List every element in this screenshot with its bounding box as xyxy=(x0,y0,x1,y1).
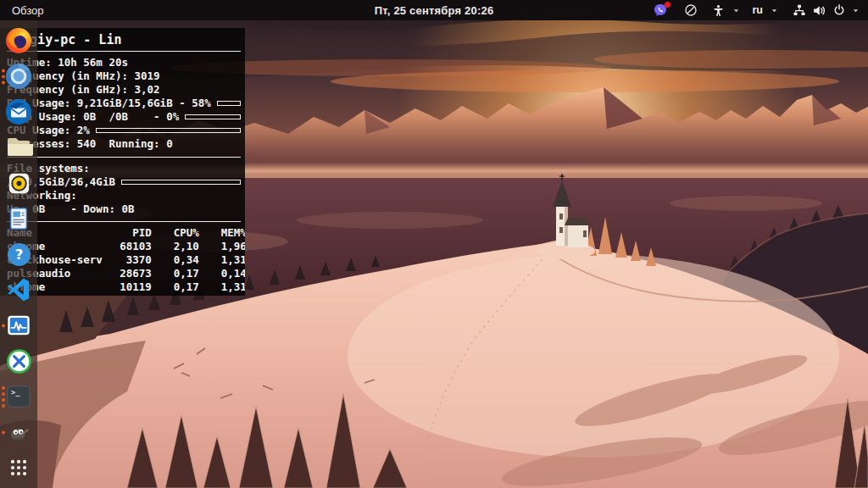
filesystems-header: File systems: xyxy=(7,162,241,175)
process-cpu: 0,17 xyxy=(152,267,199,280)
svg-text:?: ? xyxy=(14,247,23,263)
dock-item-thunderbird[interactable] xyxy=(0,94,37,130)
power-icon xyxy=(832,3,846,17)
terminal-icon: >_ xyxy=(4,383,33,410)
networking-header: Networking: xyxy=(7,189,241,202)
x-circle-icon xyxy=(5,347,33,375)
ram-usage-text: RAM Usage: 9,21GiB/15,6GiB - 58% xyxy=(7,97,211,110)
volume-icon xyxy=(812,3,826,18)
keyboard-layout-chevron xyxy=(771,0,778,20)
clock-label: Пт, 25 сентября 20:26 xyxy=(375,4,494,17)
conky-divider xyxy=(7,157,241,158)
col-header-pid: PID xyxy=(103,226,152,240)
chevron-down-icon xyxy=(771,7,778,14)
processes-line: Processes: 540 Running: 0 xyxy=(7,137,241,151)
process-mem: 1,31 xyxy=(199,253,245,267)
col-header-mem: MEM% xyxy=(199,226,245,240)
running-indicator-dot xyxy=(2,75,5,78)
swap-usage-row: Swap Usage: 0B /0B - 0% xyxy=(7,110,241,124)
freq-ghz-line: Frequency (in GHz): 3,02 xyxy=(7,83,241,97)
process-mem: 1,96 xyxy=(199,240,245,253)
chromium-icon xyxy=(4,62,33,91)
keyboard-layout-button[interactable]: ru xyxy=(753,0,764,20)
chevron-down-icon xyxy=(852,7,860,14)
running-indicator-dot xyxy=(2,430,5,434)
process-pid: 10119 xyxy=(103,280,152,294)
running-indicator-dot xyxy=(2,398,5,402)
running-indicator-dot xyxy=(2,80,5,84)
status-area: ru xyxy=(653,0,868,20)
accessibility-menu-button[interactable] xyxy=(712,0,725,20)
top-bar: Обзор Пт, 25 сентября 20:26 xyxy=(0,0,868,20)
clock-button[interactable]: Пт, 25 сентября 20:26 xyxy=(375,4,494,17)
files-folder-icon xyxy=(4,133,33,162)
dock-item-chromium[interactable] xyxy=(0,58,37,94)
process-cpu: 0,17 xyxy=(152,280,199,294)
running-indicator-dot xyxy=(2,324,5,327)
dock-item-rhythmbox[interactable] xyxy=(0,165,37,201)
system-menu-button[interactable] xyxy=(793,3,860,18)
running-indicator-dot xyxy=(2,69,5,72)
cpu-usage-bar xyxy=(96,128,241,133)
activities-button[interactable]: Обзор xyxy=(0,0,44,20)
thunderbird-icon xyxy=(4,97,33,126)
swap-usage-bar xyxy=(185,114,241,119)
show-applications-grid-icon xyxy=(6,455,31,480)
conky-title: sergiy-pc - Lin xyxy=(7,32,241,47)
accessibility-icon xyxy=(712,4,725,17)
conky-divider xyxy=(7,221,241,222)
col-header-cpu: CPU% xyxy=(152,226,199,240)
running-indicator-dot xyxy=(2,404,5,408)
process-table: Name PID CPU% MEM% chrome 68103 2,10 1,9… xyxy=(7,226,241,294)
firefox-icon xyxy=(4,26,33,55)
network-wired-icon xyxy=(793,3,806,17)
activities-label: Обзор xyxy=(12,4,44,17)
system-monitor-icon xyxy=(4,312,33,339)
viber-tray-button[interactable] xyxy=(653,0,668,20)
conky-divider xyxy=(7,51,241,52)
gimp-wilber-icon xyxy=(5,419,32,445)
process-mem: 1,31 xyxy=(199,280,245,294)
dock-item-help[interactable]: ? xyxy=(0,236,37,272)
accessibility-chevron xyxy=(732,0,740,20)
libreoffice-writer-icon xyxy=(5,205,32,232)
dock-item-system-monitor[interactable] xyxy=(0,308,37,343)
dock-item-show-applications[interactable] xyxy=(0,450,37,485)
running-indicator-dot xyxy=(2,386,5,390)
chevron-down-icon xyxy=(732,7,740,14)
do-not-disturb-button[interactable] xyxy=(684,0,698,20)
dock-item-xapp[interactable] xyxy=(0,343,37,379)
dock-item-firefox[interactable] xyxy=(0,23,37,58)
dock: ? >_ xyxy=(0,20,37,488)
dock-item-libreoffice-writer[interactable] xyxy=(0,201,37,236)
process-cpu: 2,10 xyxy=(152,240,199,253)
svg-text:>_: >_ xyxy=(11,388,20,396)
running-indicator-dot xyxy=(2,392,5,396)
do-not-disturb-icon xyxy=(684,3,698,17)
filesystem-bar xyxy=(121,180,241,185)
keyboard-layout-label: ru xyxy=(753,4,764,16)
rhythmbox-speaker-icon xyxy=(5,169,33,197)
freq-mhz-line: Frequency (in MHz): 3019 xyxy=(7,69,241,83)
uptime-line: Uptime: 10h 56m 20s xyxy=(7,56,241,69)
process-pid: 28673 xyxy=(103,267,152,280)
cpu-usage-row: CPU Usage: 2% xyxy=(7,124,241,137)
ram-usage-row: RAM Usage: 9,21GiB/15,6GiB - 58% xyxy=(7,97,241,110)
dock-item-files[interactable] xyxy=(0,130,37,165)
process-mem: 0,14 xyxy=(199,267,245,280)
process-cpu: 0,34 xyxy=(152,253,199,267)
help-question-icon: ? xyxy=(5,241,33,269)
filesystem-row: / 30,5GiB/36,4GiB xyxy=(7,175,241,189)
ram-usage-bar xyxy=(217,101,241,106)
dock-item-terminal[interactable]: >_ xyxy=(0,379,37,414)
notification-badge xyxy=(665,2,670,8)
dock-item-vscode[interactable] xyxy=(0,272,37,308)
dock-item-gimp[interactable] xyxy=(0,414,37,450)
network-updown-line: Up: 0B - Down: 0B xyxy=(7,202,241,216)
process-pid: 68103 xyxy=(103,240,152,253)
vscode-icon xyxy=(5,276,32,303)
process-pid: 3370 xyxy=(103,253,152,267)
